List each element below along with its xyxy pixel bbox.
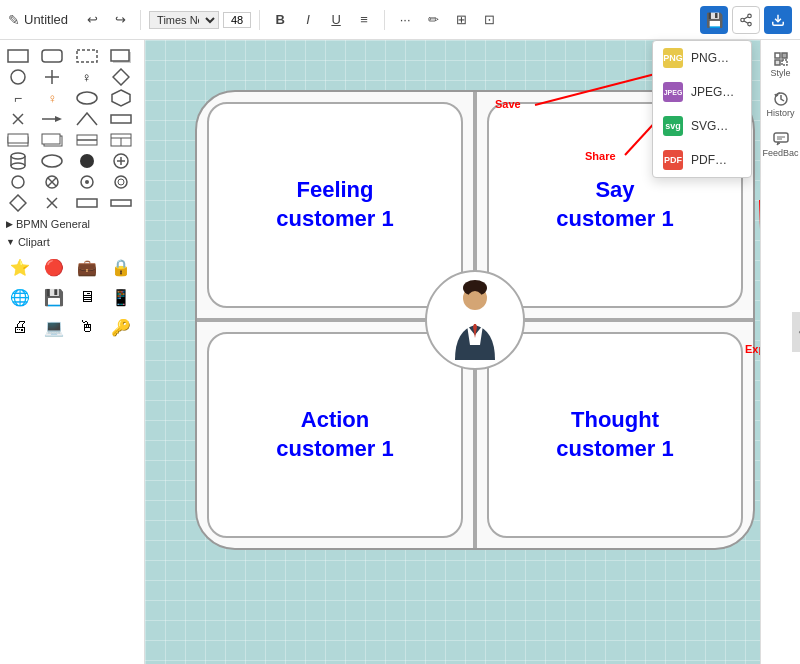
shapes-grid-button[interactable]: ⊞ bbox=[449, 8, 473, 32]
quadrant-thought[interactable]: Thought customer 1 bbox=[475, 320, 753, 548]
shape-ellipse[interactable] bbox=[73, 88, 101, 108]
shape-circle-plus[interactable] bbox=[107, 151, 135, 171]
underline-button[interactable]: U bbox=[324, 8, 348, 32]
svg-label: SVG… bbox=[691, 119, 728, 133]
quadrant-feeling[interactable]: Feeling customer 1 bbox=[197, 92, 475, 320]
clipart-star[interactable]: ⭐ bbox=[6, 253, 34, 281]
clipart-lock[interactable]: 🔒 bbox=[107, 253, 135, 281]
svg-point-34 bbox=[11, 163, 25, 169]
save-button[interactable]: 💾 bbox=[700, 6, 728, 34]
shape-rect-wide[interactable] bbox=[107, 109, 135, 129]
person-circle[interactable] bbox=[425, 270, 525, 370]
history-panel-button[interactable]: History bbox=[765, 88, 797, 120]
right-panel: Style History FeedBac bbox=[760, 40, 800, 664]
shape-circle-outline2[interactable] bbox=[4, 172, 32, 192]
align-button[interactable]: ≡ bbox=[352, 8, 376, 32]
shape-plus[interactable] bbox=[38, 67, 66, 87]
export-svg-item[interactable]: svg SVG… bbox=[653, 109, 751, 143]
export-png-item[interactable]: PNG PNG… bbox=[653, 41, 751, 75]
shape-circle-double[interactable] bbox=[107, 172, 135, 192]
svg-rect-10 bbox=[111, 50, 129, 61]
clipart-printer[interactable]: 🖨 bbox=[6, 313, 34, 341]
shape-hexagon[interactable] bbox=[107, 88, 135, 108]
pen-button[interactable]: ✏ bbox=[421, 8, 445, 32]
shape-circle[interactable] bbox=[4, 67, 32, 87]
shape-circle-x[interactable] bbox=[38, 172, 66, 192]
redo-button[interactable]: ↪ bbox=[108, 8, 132, 32]
font-size-input[interactable] bbox=[223, 12, 251, 28]
undo-button[interactable]: ↩ bbox=[80, 8, 104, 32]
clipart-monitor[interactable]: 🖥 bbox=[73, 283, 101, 311]
bold-button[interactable]: B bbox=[268, 8, 292, 32]
clipart-section[interactable]: ▼ Clipart bbox=[2, 233, 142, 251]
shape-narrow-rect[interactable] bbox=[107, 193, 135, 213]
divider-2 bbox=[259, 10, 260, 30]
feedback-label: FeedBac bbox=[762, 148, 798, 158]
shape-rect-shadow[interactable] bbox=[107, 46, 135, 66]
shape-person[interactable]: ♀ bbox=[73, 67, 101, 87]
svg-rect-8 bbox=[77, 50, 97, 62]
shape-circle-dot[interactable] bbox=[73, 172, 101, 192]
export-pdf-item[interactable]: PDF PDF… bbox=[653, 143, 751, 177]
link-button[interactable]: ⊡ bbox=[477, 8, 501, 32]
shape-bracket-l[interactable]: ⌐ bbox=[4, 88, 32, 108]
svg-rect-62 bbox=[782, 53, 787, 58]
svg-rect-7 bbox=[42, 50, 62, 62]
svg-marker-20 bbox=[55, 116, 62, 122]
shape-stacked-rects[interactable] bbox=[4, 130, 32, 150]
say-text: Say customer 1 bbox=[556, 176, 673, 233]
shape-ellipse2[interactable] bbox=[38, 151, 66, 171]
svg-line-4 bbox=[744, 16, 748, 18]
history-icon bbox=[773, 91, 789, 107]
clipart-disk[interactable]: 💾 bbox=[40, 283, 68, 311]
export-jpeg-item[interactable]: JPEG JPEG… bbox=[653, 75, 751, 109]
shape-diamond2[interactable] bbox=[4, 193, 32, 213]
svg-point-11 bbox=[11, 70, 25, 84]
person-svg bbox=[445, 280, 505, 360]
export-dropdown: PNG PNG… JPEG JPEG… svg SVG… PDF PDF… bbox=[652, 40, 752, 178]
sidebar: ♀ ⌐ ♀ bbox=[0, 40, 145, 664]
svg-point-35 bbox=[42, 155, 62, 167]
clipart-phone[interactable]: 📱 bbox=[107, 283, 135, 311]
export-button[interactable] bbox=[764, 6, 792, 34]
thought-text: Thought customer 1 bbox=[556, 406, 673, 463]
clipart-laptop[interactable]: 💻 bbox=[40, 313, 68, 341]
shape-rect-2[interactable] bbox=[38, 46, 66, 66]
feeling-text: Feeling customer 1 bbox=[276, 176, 393, 233]
shape-rect-3[interactable] bbox=[73, 46, 101, 66]
shape-rect-flat[interactable] bbox=[73, 193, 101, 213]
quadrant-action[interactable]: Action customer 1 bbox=[197, 320, 475, 548]
feeling-inner-box: Feeling customer 1 bbox=[207, 102, 463, 308]
clipart-red[interactable]: 🔴 bbox=[40, 253, 68, 281]
more-button[interactable]: ··· bbox=[393, 8, 417, 32]
feedback-panel-button[interactable]: FeedBac bbox=[765, 128, 797, 160]
bpmn-section[interactable]: ▶ BPMN General bbox=[2, 215, 142, 233]
clipart-globe[interactable]: 🌐 bbox=[6, 283, 34, 311]
shape-diamond[interactable] bbox=[107, 67, 135, 87]
shape-rect-1[interactable] bbox=[4, 46, 32, 66]
shape-line-angle[interactable] bbox=[73, 109, 101, 129]
font-family-select[interactable]: Times Ne Arial Helvetica bbox=[149, 11, 219, 29]
svg-marker-14 bbox=[113, 69, 129, 85]
shape-xmark2[interactable] bbox=[38, 193, 66, 213]
clipart-briefcase[interactable]: 💼 bbox=[73, 253, 101, 281]
shape-table[interactable] bbox=[107, 130, 135, 150]
shape-cylinder[interactable] bbox=[4, 151, 32, 171]
shape-filled-circle[interactable] bbox=[73, 151, 101, 171]
style-icon bbox=[773, 51, 789, 67]
clipart-mouse[interactable]: 🖱 bbox=[73, 313, 101, 341]
shape-person2[interactable]: ♀ bbox=[38, 88, 66, 108]
bpmn-label: BPMN General bbox=[16, 218, 90, 230]
style-label: Style bbox=[770, 68, 790, 78]
shape-h-line[interactable] bbox=[73, 130, 101, 150]
style-panel-button[interactable]: Style bbox=[765, 48, 797, 80]
svg-rect-21 bbox=[111, 115, 131, 123]
svg-line-3 bbox=[744, 20, 748, 22]
shape-xmark[interactable] bbox=[4, 109, 32, 129]
shape-multi-box[interactable] bbox=[38, 130, 66, 150]
italic-button[interactable]: I bbox=[296, 8, 320, 32]
clipart-key[interactable]: 🔑 bbox=[107, 313, 135, 341]
divider-3 bbox=[384, 10, 385, 30]
shape-arrow-r[interactable] bbox=[38, 109, 66, 129]
share-button[interactable] bbox=[732, 6, 760, 34]
